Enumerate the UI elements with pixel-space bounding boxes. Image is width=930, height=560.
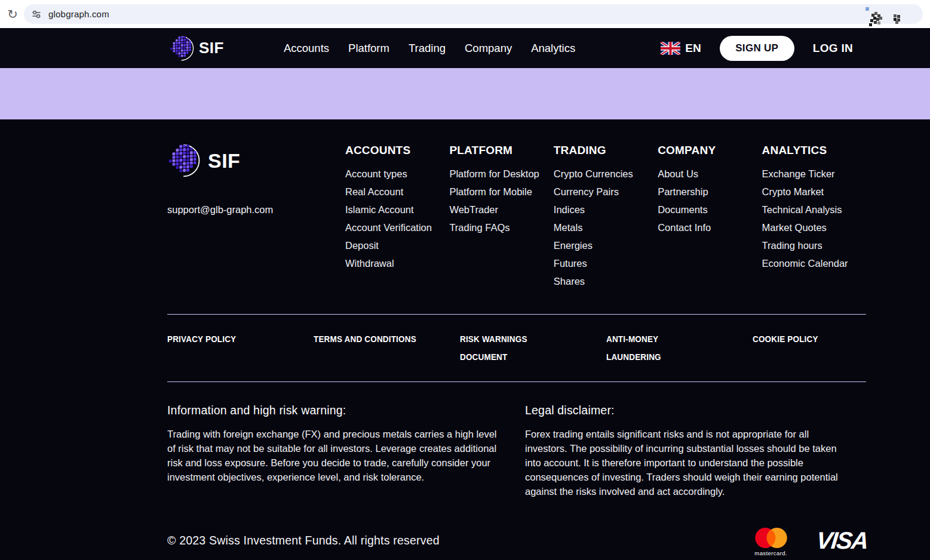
language-selector[interactable]: EN [661,42,701,55]
language-code: EN [685,42,701,55]
uk-flag-icon [661,42,680,55]
signup-button[interactable]: SIGN UP [720,36,794,61]
mastercard-logo: mastercard. [751,525,791,556]
footer-link[interactable]: Economic Calendar [762,254,866,272]
legal-disclaimer-heading: Legal disclaimer: [525,404,851,417]
footer-link[interactable]: Deposit [345,236,449,254]
url-text[interactable]: globgraph.com [48,9,109,19]
footer-link[interactable]: Withdrawal [345,254,449,272]
footer-column-title: PLATFORM [449,142,553,159]
footer-link[interactable]: Partnership [658,183,762,201]
legal-disclaimer-block: Legal disclaimer: Forex trading entails … [525,404,851,499]
browser-toolbar: ↻ globgraph.com [0,0,930,28]
brand-name: SIF [199,39,224,57]
risk-warning-text: Trading with foreign exchange (FX) and p… [167,427,506,484]
anti-money-laundering-link[interactable]: ANTI-MONEY LAUNDERING [606,330,682,366]
footer-column-analytics: ANALYTICS Exchange Ticker Crypto Market … [762,142,866,290]
footer-link[interactable]: Trading hours [762,236,866,254]
brand-name: SIF [208,149,240,173]
footer-link[interactable]: Exchange Ticker [762,165,866,183]
footer-link[interactable]: Market Quotes [762,219,866,236]
nav-menu: Accounts Platform Trading Company Analyt… [284,42,575,55]
footer-column-accounts: ACCOUNTS Account types Real Account Isla… [345,142,449,290]
privacy-policy-link[interactable]: PRIVACY POLICY [167,330,299,366]
footer-link[interactable]: Technical Analysis [762,201,866,219]
risk-warnings-link[interactable]: RISK WARNINGS DOCUMENT [460,330,535,366]
footer-link[interactable]: Currency Pairs [554,183,658,201]
footer-link[interactable]: WebTrader [449,201,553,219]
footer-column-company: COMPANY About Us Partnership Documents C… [658,142,762,290]
risk-warning-heading: Information and high risk warning: [167,404,506,417]
globe-logo-icon [167,143,202,178]
footer-link[interactable]: About Us [658,165,762,183]
policy-links-row: PRIVACY POLICY TERMS AND CONDITIONS RISK… [167,314,866,382]
footer-link[interactable]: Islamic Account [345,201,449,219]
footer-link[interactable]: Platform for Desktop [449,165,553,183]
footer-link[interactable]: Metals [554,219,658,236]
nav-item-company[interactable]: Company [465,42,512,55]
nav-brand-logo[interactable]: SIF [169,35,224,61]
footer-link[interactable]: Shares [554,272,658,290]
payment-logos: mastercard. VISA [751,525,867,556]
nav-item-platform[interactable]: Platform [348,42,389,55]
footer-link[interactable]: Account Verification [345,219,449,236]
nav-item-trading[interactable]: Trading [409,42,446,55]
site-settings-icon[interactable] [32,10,41,19]
legal-disclaimer-text: Forex trading entails significant risks … [525,427,851,499]
footer-link[interactable]: Crypto Currencies [554,165,658,183]
copyright-text: © 2023 Swiss Investment Funds. All right… [167,534,440,547]
visa-logo: VISA [815,527,868,554]
footer-link[interactable]: Futures [554,254,658,272]
footer-column-title: TRADING [554,142,658,159]
footer-link[interactable]: Real Account [345,183,449,201]
footer-link[interactable]: Indices [554,201,658,219]
support-email-link[interactable]: support@glb-graph.com [167,204,345,216]
toolbar-extensions-blurred [864,9,906,28]
footer-link[interactable]: Account types [345,165,449,183]
cookie-policy-link[interactable]: COOKIE POLICY [753,330,855,366]
nav-right-group: EN SIGN UP LOG IN [661,36,853,61]
login-button[interactable]: LOG IN [813,42,853,55]
globe-logo-icon [169,35,195,61]
site-footer: SIF support@glb-graph.com ACCOUNTS Accou… [0,119,930,560]
footer-link[interactable]: Documents [658,201,762,219]
footer-link[interactable]: Trading FAQs [449,219,553,236]
footer-column-platform: PLATFORM Platform for Desktop Platform f… [449,142,553,290]
address-bar[interactable]: globgraph.com [24,4,923,24]
nav-item-accounts[interactable]: Accounts [284,42,329,55]
footer-column-title: ACCOUNTS [345,142,449,159]
footer-link[interactable]: Crypto Market [762,183,866,201]
footer-link[interactable]: Energies [554,236,658,254]
footer-brand-logo[interactable]: SIF [167,143,345,178]
risk-warning-block: Information and high risk warning: Tradi… [167,404,506,499]
footer-column-title: COMPANY [658,142,762,159]
footer-brand-column: SIF support@glb-graph.com [167,142,345,290]
footer-column-trading: TRADING Crypto Currencies Currency Pairs… [554,142,658,290]
footer-link[interactable]: Contact Info [658,219,762,236]
terms-conditions-link[interactable]: TERMS AND CONDITIONS [314,330,446,366]
mastercard-label: mastercard. [754,550,787,556]
nav-item-analytics[interactable]: Analytics [531,42,575,55]
disclaimers-section: Information and high risk warning: Tradi… [167,404,866,499]
main-navbar: SIF Accounts Platform Trading Company An… [0,28,930,68]
hero-band [0,68,930,119]
footer-columns: SIF support@glb-graph.com ACCOUNTS Accou… [167,119,866,290]
footer-bottom-row: © 2023 Swiss Investment Funds. All right… [167,525,867,556]
reload-icon[interactable]: ↻ [2,4,23,24]
footer-link[interactable]: Platform for Mobile [449,183,553,201]
footer-column-title: ANALYTICS [762,142,866,159]
